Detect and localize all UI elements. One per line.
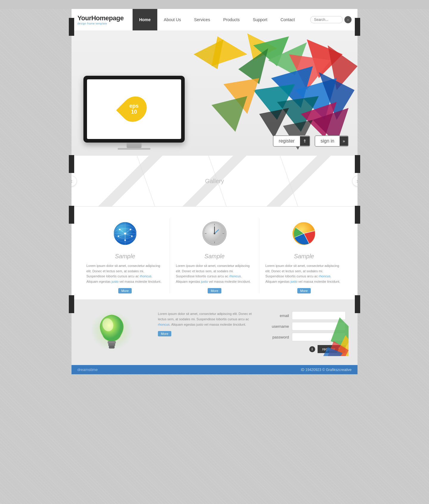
main-container: YourHomepage design frame template Home …: [72, 9, 358, 374]
bottom-more-link[interactable]: More: [158, 331, 171, 336]
monitor-base: [118, 148, 150, 150]
watermark-bar: dreamstime ID 19420923 © Grafikszcreativ…: [72, 365, 358, 374]
logo-title[interactable]: YourHomepage: [77, 14, 124, 22]
feature-title-3: Sample: [265, 253, 343, 260]
username-label: username: [268, 324, 289, 329]
logo-subtitle: design frame template: [77, 22, 124, 25]
signin-label: sign in: [315, 136, 340, 146]
feature-more-1[interactable]: More: [118, 288, 132, 293]
search-area: ›: [310, 16, 352, 23]
nav-services[interactable]: Services: [187, 9, 217, 30]
register-label: register: [273, 136, 300, 146]
password-label: password: [268, 335, 289, 339]
svg-marker-2: [194, 39, 223, 69]
globe-svg: [112, 220, 139, 247]
corner-decoration-ml: [69, 155, 74, 173]
corner-decoration-ml3: [69, 295, 74, 313]
corner-decoration-mr: [355, 155, 360, 173]
monitor-screen: eps 10: [87, 79, 181, 139]
feature-col-3: Sample Lorem ipsum dolor sit amet, conse…: [259, 219, 349, 293]
feature-icon-pie: [289, 219, 319, 248]
gallery-grid: Gallery: [72, 156, 358, 206]
header: YourHomepage design frame template Home …: [72, 9, 358, 30]
deco-shapes: [310, 317, 349, 356]
corner-decoration-mr2: [355, 206, 360, 224]
bottom-right-form: email username password i register ⇑: [265, 308, 349, 356]
nav-contact[interactable]: Contact: [274, 9, 301, 30]
signin-arrow-icon: »: [340, 136, 348, 146]
nav-about[interactable]: About Us: [157, 9, 188, 30]
nav-support[interactable]: Support: [246, 9, 274, 30]
feature-text-3: Lorem ipsum dolor sit amet, consectetur …: [265, 263, 343, 284]
feature-text-2: Lorem ipsum dolor sit amet, consectetur …: [176, 263, 253, 284]
bottom-center-text: Lorem ipsum dolor sit amet, consectetur …: [158, 311, 253, 327]
svg-marker-17: [212, 96, 247, 132]
feature-more-2[interactable]: More: [208, 288, 221, 293]
feature-text-1: Lorem ipsum dolor sit amet, consectetur …: [86, 263, 164, 284]
svg-point-49: [214, 233, 215, 234]
feature-icon-globe: [110, 219, 140, 248]
bottom-left: [80, 308, 146, 356]
gallery-section: ‹ Gallery ›: [72, 156, 358, 206]
corner-decoration-tr: [355, 18, 360, 36]
eps-text: eps 10: [129, 103, 139, 115]
feature-col-1: Sample Lorem ipsum dolor sit amet, conse…: [80, 219, 170, 293]
svg-marker-18: [259, 108, 289, 138]
feature-title-2: Sample: [176, 253, 253, 260]
feature-more-3[interactable]: More: [297, 288, 311, 293]
search-input[interactable]: [310, 16, 343, 23]
hero-buttons: register ⇑ sign in »: [273, 135, 349, 147]
monitor: eps 10: [83, 76, 185, 143]
eps-badge: eps 10: [116, 91, 152, 127]
bottom-center: Lorem ipsum dolor sit amet, consectetur …: [152, 308, 259, 356]
watermark-id: ID 19420923 © Grafikszcreative: [301, 368, 352, 372]
monitor-stand: [127, 143, 142, 148]
bottom-section: Lorem ipsum dolor sit amet, consectetur …: [72, 299, 358, 365]
pie-svg: [290, 220, 317, 247]
nav-products[interactable]: Products: [217, 9, 246, 30]
signin-button[interactable]: sign in »: [315, 135, 349, 147]
search-button[interactable]: ›: [344, 16, 352, 23]
corner-decoration-tl: [69, 18, 74, 36]
deco-shapes-svg: [310, 317, 349, 356]
svg-line-22: [280, 156, 298, 206]
feature-col-2: Sample Lorem ipsum dolor sit amet, conse…: [170, 219, 259, 293]
nav-home[interactable]: Home: [133, 9, 157, 30]
corner-decoration-ml2: [69, 206, 74, 224]
page-wrapper: YourHomepage design frame template Home …: [0, 9, 429, 504]
lightbulb-svg: [86, 308, 140, 356]
svg-line-20: [137, 156, 155, 206]
hero-section: eps 10 register ⇑ sign in »: [72, 30, 358, 156]
gallery-label: Gallery: [205, 178, 224, 185]
svg-rect-60: [109, 346, 114, 348]
register-button[interactable]: register ⇑: [273, 135, 310, 147]
feature-icon-clock: [200, 219, 229, 248]
email-label: email: [268, 313, 289, 318]
feature-title-1: Sample: [86, 253, 164, 260]
features-section: Sample Lorem ipsum dolor sit amet, conse…: [72, 206, 358, 299]
logo-area: YourHomepage design frame template: [77, 14, 124, 25]
corner-decoration-mr3: [355, 295, 360, 313]
clock-svg: [201, 220, 228, 247]
monitor-container: eps 10: [83, 76, 185, 150]
register-arrow-icon: ⇑: [300, 136, 310, 146]
nav-menu: Home About Us Services Products Support …: [133, 9, 310, 30]
watermark-text: dreamstime: [77, 367, 98, 372]
